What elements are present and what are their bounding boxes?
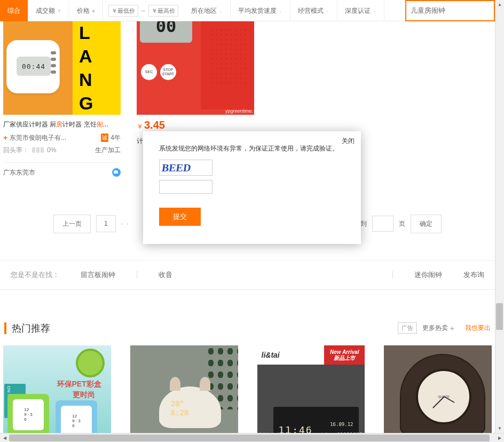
- filter-cert[interactable]: 深度认证⌄: [337, 0, 384, 21]
- suggest-item[interactable]: 迷你闹钟: [414, 270, 442, 280]
- divider: [137, 271, 137, 279]
- filter-bar: 综合 成交额▼ 价格◆ – 所在地区⌄ 平均发货速度⌄ 经营模式⌄ 深度认证⌄ …: [0, 0, 495, 21]
- accent-bar-icon: [4, 322, 6, 334]
- tab-price[interactable]: 价格◆: [69, 0, 103, 21]
- submit-button[interactable]: 提交: [159, 208, 201, 226]
- product-card: 00:44 LANG 厂家供应计时器 厨房计时器 烹饪闹... + 东莞市俊朗电…: [3, 21, 121, 177]
- prev-page-button[interactable]: 上一页: [53, 215, 91, 233]
- page-unit: 页: [399, 219, 405, 228]
- reply-row: 回头率： 0% 生产加工: [3, 146, 121, 155]
- captcha-modal: 关闭 系统发现您的网络环境有异常，为保证正常使用，请完成验证。 BEED 提交: [143, 131, 361, 244]
- jump-input[interactable]: [372, 216, 393, 232]
- seal-icon: [76, 349, 105, 377]
- plus-icon: +: [3, 133, 7, 142]
- svg-text:BEED: BEED: [161, 162, 192, 173]
- vertical-scrollbar[interactable]: ▲ ▼: [495, 0, 504, 433]
- modal-message: 系统发现您的网络环境有异常，为保证正常使用，请完成验证。: [159, 144, 345, 153]
- suggest-item[interactable]: 留言板闹钟: [81, 270, 115, 280]
- close-button[interactable]: 关闭: [342, 137, 355, 146]
- clock-icon: 129 · 36: [7, 394, 49, 433]
- confirm-button[interactable]: 确定: [411, 215, 442, 233]
- location-row: 广东东莞市: [3, 162, 121, 177]
- suggest-item[interactable]: 收音: [159, 270, 172, 280]
- trust-badge: 诚: [101, 133, 108, 142]
- chevron-down-icon: ⌄: [219, 9, 223, 13]
- seller-row: + 东莞市俊朗电子有... 诚 4年: [3, 133, 121, 143]
- tab-composite[interactable]: 综合: [0, 0, 28, 21]
- chevron-down-icon: ⌄: [326, 9, 329, 13]
- recommend-header: 热门推荐 广告 更多热卖+ 我也要出: [0, 322, 495, 335]
- search-box[interactable]: 儿童房闹钟: [405, 0, 495, 21]
- scroll-right-icon[interactable]: ▶: [495, 433, 504, 442]
- suggest-bar: 您是不是在找： 留言板闹钟 收音 迷你闹钟 发布询: [0, 260, 495, 290]
- business-mode: 生产加工: [95, 146, 121, 155]
- search-input[interactable]: 儿童房闹钟: [411, 6, 445, 15]
- tab-volume[interactable]: 成交额▼: [28, 0, 69, 21]
- horizontal-scrollbar[interactable]: ◀ ▶: [0, 433, 504, 442]
- recommend-grid: 环保PET彩盒 更时尚 ON TIME 129 · 36 129 · 36 28…: [0, 335, 495, 433]
- more-link[interactable]: 更多热卖+: [422, 323, 454, 333]
- seller-years: 4年: [111, 133, 121, 143]
- seller-name[interactable]: 东莞市俊朗电子有...: [10, 133, 99, 143]
- captcha-input[interactable]: [159, 180, 212, 194]
- recommend-item[interactable]: li&tai 联泰 New Arrival新品上市 11:46 16.09.12…: [257, 345, 365, 433]
- chevron-down-icon: ⌄: [279, 9, 282, 13]
- currency-icon: ￥: [137, 123, 143, 130]
- leather-clock: quartz: [400, 354, 485, 433]
- led-clock: 11:46 16.09.12: [273, 407, 359, 433]
- scroll-down-icon[interactable]: ▼: [495, 424, 504, 433]
- dots-icon: · ·: [121, 220, 130, 227]
- watermark: ypgreentime.: [225, 108, 253, 114]
- price-range: –: [103, 0, 184, 21]
- product-title[interactable]: 厂家供应计时器 厨房计时器 烹饪闹...: [3, 120, 121, 129]
- timer-device-icon: 00 SEC STOP START: [137, 21, 195, 109]
- scroll-up-icon[interactable]: ▲: [495, 0, 504, 9]
- device-back: [201, 21, 254, 109]
- ad-badge: 广告: [398, 322, 417, 334]
- bars-icon: [32, 147, 44, 153]
- chevron-down-icon: ⌄: [373, 9, 376, 13]
- product-price: ￥3.45: [137, 119, 254, 131]
- scrollbar-thumb[interactable]: [496, 303, 503, 330]
- filter-ship-speed[interactable]: 平均发货速度⌄: [231, 0, 290, 21]
- price-min-input[interactable]: [108, 5, 138, 17]
- wangwang-icon[interactable]: [112, 168, 121, 177]
- product-image[interactable]: 00:44 LANG: [3, 21, 121, 115]
- jump-label: 到: [360, 219, 367, 228]
- recommend-item[interactable]: 28°8:28: [130, 345, 238, 433]
- brand-text: LANG: [73, 21, 121, 115]
- chevron-down-icon: ▼: [57, 9, 61, 13]
- captcha-image: BEED: [159, 160, 212, 176]
- divider: [392, 271, 393, 279]
- price-max-input[interactable]: [148, 5, 178, 17]
- location: 广东东莞市: [3, 168, 35, 177]
- filter-region[interactable]: 所在地区⌄: [184, 0, 231, 21]
- promote-link[interactable]: 我也要出: [465, 323, 491, 333]
- scrollbar-thumb[interactable]: [9, 435, 490, 441]
- section-title: 热门推荐: [12, 322, 392, 335]
- range-dash: –: [141, 7, 145, 14]
- suggest-label: 您是不是在找：: [11, 270, 59, 280]
- reply-pct: 0%: [47, 146, 56, 154]
- publish-link[interactable]: 发布询: [463, 270, 484, 280]
- page-number[interactable]: 1: [96, 215, 116, 232]
- reply-label: 回头率：: [3, 146, 29, 155]
- plus-icon: +: [450, 324, 454, 333]
- recommend-item[interactable]: 环保PET彩盒 更时尚 ON TIME 129 · 36 129 · 36: [3, 345, 111, 433]
- product-image[interactable]: 00 SEC STOP START ypgreentime.: [137, 21, 254, 115]
- filter-business-mode[interactable]: 经营模式⌄: [290, 0, 337, 21]
- scroll-left-icon[interactable]: ◀: [0, 433, 9, 442]
- recommend-item[interactable]: quartz: [384, 345, 492, 433]
- timer-device-icon: 00:44: [6, 40, 60, 93]
- sort-icon: ◆: [92, 9, 95, 13]
- clock-icon: 129 · 36: [56, 400, 97, 433]
